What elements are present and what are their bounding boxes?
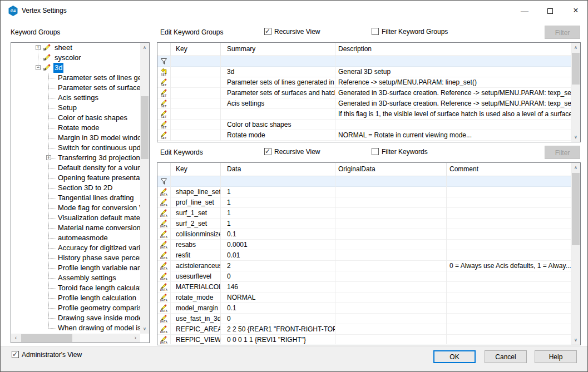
keyword-row[interactable]: DATAREFPIC_VIEW0 0 0 1 1 {REVI1 "RIGHT"} bbox=[157, 335, 580, 344]
keyword-group-row[interactable]: SETAcis settingsGenerated in 3D-surface … bbox=[157, 98, 580, 109]
keyword-row[interactable]: DATAacistoleranceused20 = Always use Aci… bbox=[157, 261, 580, 271]
tree-item-automeasmode[interactable]: automeasmode bbox=[11, 233, 140, 243]
tree-item-toroid-face-length-calculation[interactable]: Toroid face length calculation bbox=[11, 283, 140, 293]
scroll-down-icon[interactable]: ∨ bbox=[571, 335, 580, 345]
keywords-vscroll-thumb[interactable] bbox=[572, 173, 580, 245]
recursive-view-keywords-checkbox[interactable]: Recursive View bbox=[264, 147, 320, 156]
keyword-group-row[interactable]: SETRotate modeNORMAL = Rotate in current… bbox=[157, 130, 580, 141]
groups-vertical-scrollbar[interactable]: ∧ ∨ bbox=[571, 43, 580, 142]
tree-item-switch-for-continuous-updating[interactable]: Switch for continuous updating bbox=[11, 143, 140, 153]
tree-item-label[interactable]: Mode flag for conversion VX - 3 bbox=[57, 203, 140, 213]
tree-item-label[interactable]: Opening feature presentation in bbox=[57, 173, 140, 183]
tree-item-label[interactable]: Assembly settings bbox=[57, 273, 117, 283]
tree-item-sheet[interactable]: +sheet bbox=[11, 43, 140, 53]
tree-item-label[interactable]: Drawing save inside model poss bbox=[57, 313, 140, 323]
tree-item-history-phase-save-percentage[interactable]: History phase save percentage bbox=[11, 253, 140, 263]
tree-item-drawing-save-inside-model-poss[interactable]: Drawing save inside model poss bbox=[11, 313, 140, 323]
tree-item-label[interactable]: Tangential lines drafting bbox=[57, 193, 135, 203]
scroll-up-icon[interactable]: ∧ bbox=[571, 163, 580, 172]
tree-item-label[interactable]: Profile length calculation bbox=[57, 293, 137, 303]
tree-item-label[interactable]: History phase save percentage bbox=[57, 253, 140, 263]
keyword-group-row[interactable]: SETIf this flag is 1, the visible level … bbox=[157, 109, 580, 120]
filter-keyword-groups-checkbox[interactable]: Filter Keyword Groups bbox=[372, 27, 448, 36]
filter-row[interactable] bbox=[157, 56, 580, 67]
tree-item-transferring-3d-projections-to-2c[interactable]: +Transferring 3d projections to 2c bbox=[11, 153, 140, 163]
keyword-row[interactable]: DATAMATERIALCOLOR146 bbox=[157, 282, 580, 292]
tree-item-label[interactable]: sheet bbox=[53, 43, 73, 53]
tree-item-margin-in-3d-model-window[interactable]: Margin in 3D model window bbox=[11, 133, 140, 143]
tree-item-label[interactable]: Material name conversion VX - 3 bbox=[57, 223, 140, 233]
tree-item-default-density-for-a-volume-ste[interactable]: Default density for a volume (ste bbox=[11, 163, 140, 173]
keyword-row[interactable]: DATAmodel_margin0.1 bbox=[157, 303, 580, 314]
scroll-down-icon[interactable]: ∨ bbox=[140, 324, 149, 334]
keyword-group-row[interactable]: SETParameter sets of surfaces and hatche… bbox=[157, 88, 580, 98]
tree-item-profile-length-variable-name[interactable]: Profile length variable name bbox=[11, 263, 140, 273]
tree-item-3d[interactable]: −3d bbox=[11, 63, 140, 73]
administrators-view-checkbox[interactable]: Administrator's View bbox=[12, 350, 82, 359]
scroll-left-icon[interactable]: ‹ bbox=[11, 334, 21, 343]
scroll-up-icon[interactable]: ∧ bbox=[571, 43, 580, 52]
tree-item-accuracy-for-digitized-variable-v[interactable]: Accuracy for digitized variable v bbox=[11, 243, 140, 253]
maximize-button[interactable] bbox=[537, 1, 563, 21]
filter-keywords-checkbox[interactable]: Filter Keywords bbox=[372, 147, 428, 156]
tree-item-assembly-settings[interactable]: Assembly settings bbox=[11, 273, 140, 283]
help-button[interactable]: Help bbox=[535, 350, 577, 363]
tree-item-color-of-basic-shapes[interactable]: Color of basic shapes bbox=[11, 113, 140, 123]
tree-item-rotate-mode[interactable]: Rotate mode bbox=[11, 123, 140, 133]
column-header-summary[interactable]: Summary bbox=[221, 43, 335, 56]
tree-item-syscolor[interactable]: syscolor bbox=[11, 53, 140, 63]
keyword-group-row[interactable]: SETColor of basic shapes bbox=[157, 120, 580, 130]
tree-item-tangential-lines-drafting[interactable]: Tangential lines drafting bbox=[11, 193, 140, 203]
tree-item-label[interactable]: Toroid face length calculation bbox=[57, 283, 140, 293]
keyword-row[interactable]: DATAsurf_2_set1 bbox=[157, 219, 580, 229]
column-header-comment[interactable]: Comment bbox=[447, 163, 571, 176]
tree-item-mode-flag-for-conversion-vx-3[interactable]: Mode flag for conversion VX - 3 bbox=[11, 203, 140, 213]
tree-item-label[interactable]: syscolor bbox=[53, 53, 82, 63]
tree-item-label[interactable]: Default density for a volume (ste bbox=[57, 163, 140, 173]
scroll-up-icon[interactable]: ∧ bbox=[140, 43, 149, 52]
scroll-down-icon[interactable]: ∨ bbox=[571, 132, 580, 142]
cancel-button[interactable]: Cancel bbox=[485, 350, 527, 363]
tree-item-label[interactable]: Parameter sets of surfaces and h bbox=[57, 83, 140, 93]
keyword-row[interactable]: DATAresabs0.0001 bbox=[157, 240, 580, 250]
tree-item-label[interactable]: Setup bbox=[57, 103, 78, 113]
column-header-key[interactable]: Key bbox=[171, 163, 221, 176]
keyword-group-row[interactable]: SET3dGeneral 3D setup bbox=[157, 67, 580, 77]
keyword-row[interactable]: DATAusesurflevel0 bbox=[157, 271, 580, 282]
tree-item-when-drawing-of-model-is-open[interactable]: When drawing of model is open bbox=[11, 323, 140, 333]
ok-button[interactable]: OK bbox=[433, 350, 476, 363]
tree-item-section-3d-to-2d[interactable]: Section 3D to 2D bbox=[11, 183, 140, 193]
tree-item-parameter-sets-of-surfaces-and-h[interactable]: Parameter sets of surfaces and h bbox=[11, 83, 140, 93]
column-header-key[interactable]: Key bbox=[171, 43, 221, 56]
keyword-row[interactable]: DATAprof_line_set1 bbox=[157, 197, 580, 208]
tree-vertical-scrollbar[interactable]: ∧ ∨ bbox=[140, 43, 149, 334]
minimize-button[interactable]: — bbox=[512, 1, 537, 21]
keyword-row[interactable]: DATAcollisionminsize0.1 bbox=[157, 229, 580, 240]
tree-item-label[interactable]: Profile geometry comparison dc bbox=[57, 303, 140, 313]
tree-item-label[interactable]: When drawing of model is open bbox=[57, 323, 140, 333]
scroll-right-icon[interactable]: › bbox=[131, 334, 140, 343]
tree-item-label[interactable]: Accuracy for digitized variable v bbox=[57, 243, 140, 253]
tree-vscroll-thumb[interactable] bbox=[141, 96, 149, 159]
tree-item-label[interactable]: Rotate mode bbox=[57, 123, 100, 133]
keyword-row[interactable]: DATArotate_modeNORMAL bbox=[157, 292, 580, 303]
tree-hscroll-thumb[interactable] bbox=[21, 334, 72, 342]
column-header-originaldata[interactable]: OriginalData bbox=[335, 163, 447, 176]
tree-item-acis-settings[interactable]: Acis settings bbox=[11, 93, 140, 103]
tree-item-profile-length-calculation[interactable]: Profile length calculation bbox=[11, 293, 140, 303]
close-button[interactable]: × bbox=[563, 1, 588, 21]
keyword-row[interactable]: DATAresfit0.01 bbox=[157, 250, 580, 261]
column-header-data[interactable]: Data bbox=[221, 163, 335, 176]
keyword-group-row[interactable]: SETParameter sets of lines generated in … bbox=[157, 77, 580, 88]
tree-item-label[interactable]: Margin in 3D model window bbox=[57, 133, 140, 143]
tree-item-label[interactable]: Parameter sets of lines generate bbox=[57, 73, 140, 83]
tree-item-visualization-default-material[interactable]: Visualization default material bbox=[11, 213, 140, 223]
recursive-view-groups-checkbox[interactable]: Recursive View bbox=[264, 27, 320, 36]
tree-item-profile-geometry-comparison-dc[interactable]: Profile geometry comparison dc bbox=[11, 303, 140, 313]
tree-item-label[interactable]: Visualization default material bbox=[57, 213, 140, 223]
tree-item-label[interactable]: Switch for continuous updating bbox=[57, 143, 140, 153]
tree-item-material-name-conversion-vx-3[interactable]: Material name conversion VX - 3 bbox=[11, 223, 140, 233]
column-header-description[interactable]: Description bbox=[335, 43, 571, 56]
keyword-row[interactable]: DATAshape_line_set1 bbox=[157, 187, 580, 197]
tree-item-label[interactable]: Profile length variable name bbox=[57, 263, 140, 273]
